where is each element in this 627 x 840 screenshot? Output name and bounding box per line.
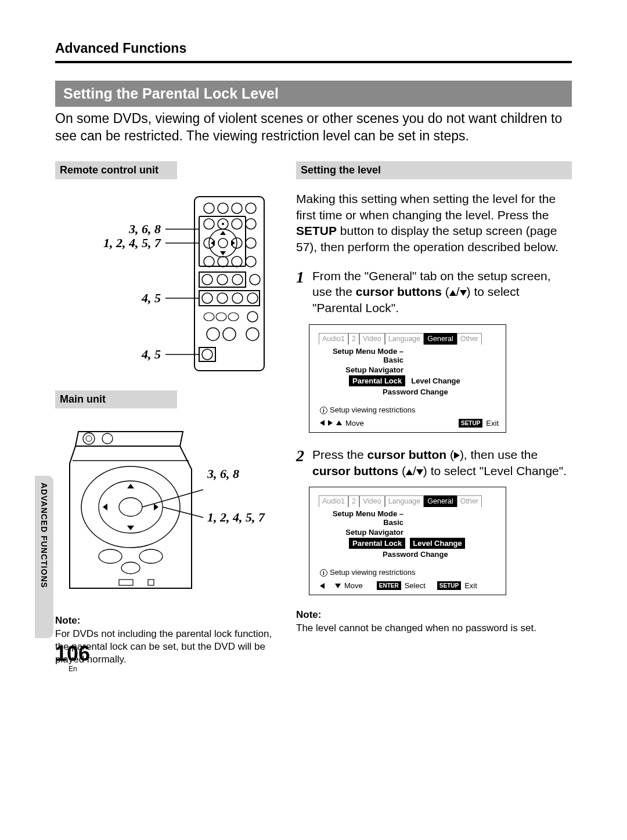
down-arrow-small-icon <box>335 584 341 588</box>
main-label-1-2-4-5-7: 1, 2, 4, 5, 7 <box>207 510 265 524</box>
remote-diagram: 3, 6, 8 1, 2, 4, 5, 7 4, 5 4, 5 <box>55 192 279 378</box>
svg-point-26 <box>217 274 228 285</box>
svg-marker-14 <box>220 251 226 255</box>
osd2-parental-lock-selected: Parental Lock <box>349 538 405 549</box>
svg-point-27 <box>232 274 243 285</box>
svg-point-28 <box>250 274 260 285</box>
label-4-5-b: 4, 5 <box>141 347 161 361</box>
setting-level-header: Setting the level <box>296 161 572 179</box>
info-icon: i <box>320 407 327 414</box>
osd-level-change: Level Change <box>410 376 460 385</box>
svg-point-40 <box>246 328 259 341</box>
osd-tab-language: Language <box>385 333 424 345</box>
svg-point-51 <box>81 466 180 548</box>
right-note-heading: Note: <box>296 609 572 621</box>
up-arrow-icon-2 <box>406 469 413 475</box>
osd2-level-change-selected: Level Change <box>410 538 465 549</box>
label-4-5-a: 4, 5 <box>141 291 161 305</box>
chapter-tab: ADVANCED FUNCTIONS <box>35 476 53 638</box>
right-intro: Making this setting when setting the lev… <box>296 191 572 255</box>
label-3-6-8: 3, 6, 8 <box>128 222 161 236</box>
osd-nav-2: Move ENTER Select SETUP Exit <box>320 581 499 590</box>
right-note-text: The level cannot be changed when no pass… <box>296 622 572 635</box>
main-label-3-6-8: 3, 6, 8 <box>207 466 239 481</box>
step-1-number: 1 <box>296 268 312 316</box>
osd-tab-2: 2 <box>348 333 359 345</box>
svg-point-4 <box>246 203 256 213</box>
svg-point-52 <box>99 481 163 533</box>
setup-button-label-2: SETUP <box>437 581 461 590</box>
title-bar: Setting the Parental Lock Level <box>55 81 572 107</box>
osd-tabs-2: Audio1 2 Video Language General Other <box>319 495 499 507</box>
osd-screen-1: Audio1 2 Video Language General Other Se… <box>309 324 506 433</box>
step-2-number: 2 <box>296 447 312 479</box>
svg-point-34 <box>204 313 214 321</box>
page-language: En <box>69 665 77 673</box>
svg-point-60 <box>121 562 140 574</box>
document-page: Advanced Functions Setting the Parental … <box>0 0 627 683</box>
enter-button-label: ENTER <box>377 581 401 590</box>
svg-point-19 <box>246 238 256 248</box>
svg-point-5 <box>204 219 214 229</box>
chapter-tab-label: ADVANCED FUNCTIONS <box>39 483 49 588</box>
remote-control-icon: 3, 6, 8 1, 2, 4, 5, 7 4, 5 4, 5 <box>55 192 279 378</box>
svg-point-37 <box>247 312 258 322</box>
up-arrow-small-icon <box>336 421 342 425</box>
svg-point-33 <box>247 293 258 303</box>
label-1-2-4-5-7: 1, 2, 4, 5, 7 <box>103 236 161 250</box>
osd-info-2: iSetup viewing restrictions <box>320 568 499 577</box>
svg-point-30 <box>202 293 212 303</box>
svg-rect-0 <box>194 197 264 371</box>
svg-marker-55 <box>127 526 134 530</box>
intro-paragraph: On some DVDs, viewing of violent scenes … <box>55 110 572 145</box>
svg-point-59 <box>139 549 163 563</box>
osd-tab-video: Video <box>359 333 385 345</box>
svg-point-23 <box>246 256 256 267</box>
svg-marker-57 <box>154 504 158 510</box>
right-column: Setting the level Making this setting wh… <box>296 161 572 666</box>
svg-point-12 <box>218 238 228 248</box>
main-unit-header: Main unit <box>55 390 177 408</box>
osd-row-navigator: Setup Navigator <box>316 365 409 374</box>
osd-tab-audio1: Audio1 <box>319 333 348 345</box>
right-intro-a: Making this setting when setting the lev… <box>296 192 556 222</box>
svg-point-21 <box>218 256 228 267</box>
left-column: Remote control unit <box>55 161 279 666</box>
svg-point-8 <box>246 219 256 229</box>
left-note-heading: Note: <box>55 615 279 627</box>
step-1-text: From the "General" tab on the setup scre… <box>312 268 572 316</box>
setup-button-label: SETUP <box>459 419 482 428</box>
up-arrow-icon <box>449 290 456 296</box>
svg-point-53 <box>119 498 142 516</box>
svg-point-31 <box>217 293 228 303</box>
main-unit-icon: 3, 6, 8 1, 2, 4, 5, 7 <box>55 420 279 606</box>
section-header: Advanced Functions <box>55 41 572 63</box>
info-icon-2: i <box>320 569 327 577</box>
svg-point-25 <box>202 274 212 285</box>
two-column-layout: Remote control unit <box>55 161 572 666</box>
svg-point-38 <box>207 328 219 341</box>
svg-point-7 <box>232 219 242 229</box>
svg-point-22 <box>232 256 242 267</box>
svg-point-2 <box>218 203 228 213</box>
svg-point-35 <box>216 313 226 321</box>
svg-marker-13 <box>220 231 226 235</box>
svg-point-1 <box>204 203 214 213</box>
down-arrow-icon-2 <box>416 469 423 475</box>
svg-point-49 <box>102 433 113 444</box>
svg-rect-61 <box>119 580 133 585</box>
step-2: 2 Press the cursor button (), then use t… <box>296 447 572 479</box>
left-arrow-icon-2 <box>320 583 325 589</box>
svg-marker-56 <box>103 504 107 510</box>
remote-control-header: Remote control unit <box>55 161 177 179</box>
svg-point-58 <box>99 549 122 563</box>
right-arrow-icon <box>328 420 333 426</box>
svg-rect-62 <box>148 580 154 585</box>
osd-row-menumode: Setup Menu Mode – Basic <box>316 347 409 364</box>
svg-marker-54 <box>127 484 134 488</box>
down-arrow-icon <box>460 290 467 296</box>
osd-tab-general: General <box>424 333 456 345</box>
osd-nav-1: Move SETUP Exit <box>320 419 499 428</box>
osd-screen-2: Audio1 2 Video Language General Other Se… <box>309 487 506 595</box>
svg-point-36 <box>228 313 239 321</box>
